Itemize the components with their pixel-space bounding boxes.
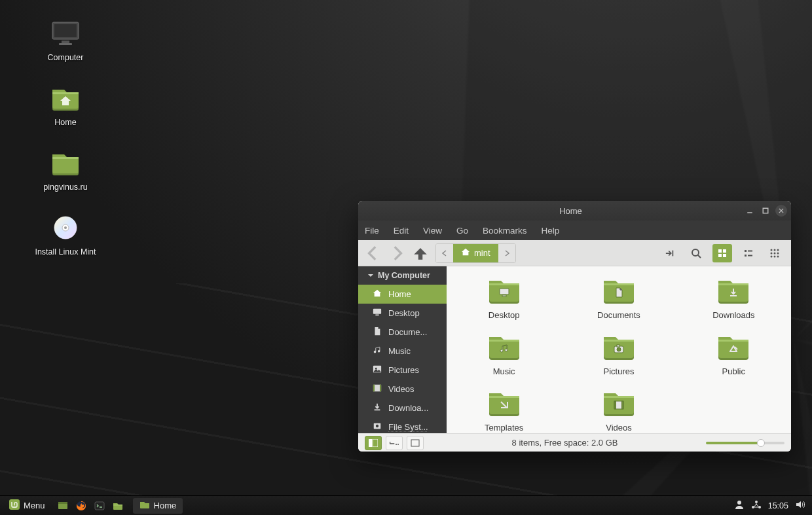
menu-file[interactable]: File [363,223,380,238]
launcher-files[interactable] [111,499,125,513]
svg-rect-38 [489,283,519,285]
sidebar-item-label: File Syst... [388,422,428,432]
sidebar-item-label: Downloa... [388,403,428,413]
svg-rect-35 [380,385,381,392]
sidebar-item-videos[interactable]: Videos [358,380,447,399]
folder-home-icon [50,84,81,114]
folder-public[interactable]: Public [697,332,769,376]
folder-music[interactable]: Music [468,332,540,376]
window-maximize-button[interactable] [760,205,771,217]
sidebar-item-pictures[interactable]: Pictures [358,361,447,380]
menu-view[interactable]: View [422,223,443,238]
menu-go[interactable]: Go [455,223,470,238]
path-label: mint [474,248,490,258]
sidebar-item-download[interactable]: Downloa... [358,399,447,417]
nav-forward-button[interactable] [388,245,405,262]
svg-rect-62 [113,505,122,506]
folder-downloads[interactable]: Downloads [697,275,769,320]
tray-user-icon[interactable] [734,499,745,512]
tray-volume-icon[interactable] [795,499,805,512]
svg-point-11 [692,249,699,256]
pictures-icon [373,364,382,376]
folder-label: Music [493,366,515,376]
tray-clock[interactable]: 15:05 [768,501,788,510]
folder-videos[interactable]: Videos [583,388,655,433]
folder-label: Public [722,366,745,376]
sidebar-item-disk[interactable]: File Syst... [358,417,447,433]
sidebar-hide-toggle[interactable] [407,436,424,450]
sidebar-tree-toggle[interactable]: ⌙.. [386,436,403,450]
svg-rect-18 [745,255,747,257]
path-history-forward[interactable] [498,244,515,262]
svg-rect-19 [748,255,752,256]
start-menu-label: Menu [24,501,45,510]
svg-point-26 [771,255,773,257]
svg-rect-52 [614,401,616,409]
svg-rect-53 [621,401,623,409]
menu-edit[interactable]: Edit [392,223,410,238]
svg-rect-49 [489,396,519,398]
desktop-icon-install-linux-mint[interactable]: Install Linux Mint [26,214,105,257]
folder-documents[interactable]: Documents [583,275,655,320]
folder-content[interactable]: Desktop Documents Downloads Music Pictur… [447,266,791,433]
menu-bookmarks[interactable]: Bookmarks [481,223,528,238]
svg-point-20 [771,249,773,251]
nav-up-button[interactable] [412,245,429,262]
nav-back-button[interactable] [365,245,382,262]
sidebar-item-desktop[interactable]: Desktop [358,304,447,323]
statusbar: ⌙.. 8 items, Free space: 2.0 GB [358,433,791,452]
svg-point-46 [617,347,621,351]
folder-icon [716,275,750,306]
view-compact-button[interactable] [765,244,784,262]
search-button[interactable] [686,244,706,262]
view-list-button[interactable] [739,244,758,262]
svg-rect-12 [718,249,722,253]
svg-point-37 [376,425,378,427]
launcher-terminal[interactable] [92,499,107,513]
start-menu-button[interactable]: Menu [4,498,50,514]
desktop-icon-pingvinus[interactable]: pingvinus.ru [26,149,105,192]
view-icons-button[interactable] [712,244,732,262]
launcher-show-desktop[interactable] [56,499,70,513]
svg-rect-42 [718,283,748,285]
desktop-icon-label: Home [54,118,76,127]
sidebar-item-music[interactable]: Music [358,342,447,361]
folder-desktop[interactable]: Desktop [468,275,540,320]
folder-templates[interactable]: Templates [468,388,540,433]
sidebar-heading[interactable]: My Computer [358,266,447,285]
svg-rect-29 [373,309,381,314]
task-label: Home [154,501,177,510]
sidebar-item-home[interactable]: Home [358,285,447,304]
svg-rect-50 [604,396,634,398]
svg-rect-34 [373,385,375,392]
document-icon [373,327,382,338]
task-home[interactable]: Home [133,498,183,514]
svg-rect-43 [489,340,519,342]
svg-point-7 [64,226,67,229]
zoom-slider[interactable] [706,442,784,444]
svg-rect-17 [748,250,752,251]
sidebar-item-document[interactable]: Docume... [358,323,447,342]
svg-rect-41 [604,283,634,285]
path-segment-current[interactable]: mint [453,244,498,262]
window-minimize-button[interactable] [744,205,756,217]
folder-pictures[interactable]: Pictures [583,332,655,376]
svg-rect-30 [375,315,378,316]
tray-network-icon[interactable] [751,499,762,512]
launcher-firefox[interactable] [74,499,88,513]
svg-point-24 [774,252,776,254]
toggle-location-button[interactable] [660,244,680,262]
menu-help[interactable]: Help [540,223,561,238]
toolbar: mint [358,240,791,266]
window-titlebar[interactable]: Home [358,201,791,221]
music-icon [373,346,382,357]
desktop-icon-computer[interactable]: Computer [26,20,105,62]
window-close-button[interactable] [775,205,787,217]
desktop-icon-home[interactable]: Home [26,84,105,127]
sidebar: My Computer HomeDesktopDocume...MusicPic… [358,266,447,433]
taskbar: Menu Home 15:05 [0,495,812,515]
path-history-back[interactable] [436,244,453,262]
folder-icon [487,332,521,363]
sidebar-places-toggle[interactable] [365,436,382,450]
sidebar-item-label: Home [388,289,411,299]
